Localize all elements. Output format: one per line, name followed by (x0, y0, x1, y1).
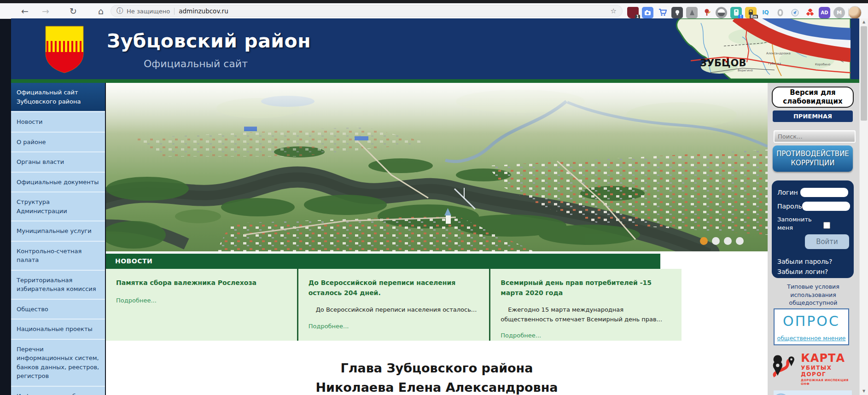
slider-dot[interactable] (736, 237, 744, 245)
pin-pencil-icon[interactable] (701, 7, 712, 18)
login-submit-button[interactable]: Войти (805, 234, 849, 249)
sidebar-item[interactable]: Национальные проекты (11, 319, 105, 340)
back-button[interactable]: ← (18, 5, 31, 17)
address-bar[interactable]: ⓘ Не защищено adminzubcov.ru ☆ (111, 5, 623, 17)
password-label: Пароль (777, 203, 802, 210)
sidebar-item[interactable]: Новости (11, 112, 105, 133)
login-panel: Логин Пароль Запомнить меня Войти Забыли… (772, 180, 854, 278)
svg-text:Веригино: Веригино (738, 69, 753, 72)
slider-dot[interactable] (700, 237, 708, 245)
page-scrollbar[interactable]: ▲ ▼ (859, 18, 868, 395)
egov-logo (774, 391, 790, 395)
photo-slider[interactable] (106, 83, 768, 251)
password-input[interactable] (802, 202, 850, 211)
site-subtitle: Официальный сайт (144, 58, 248, 70)
profile-avatar[interactable] (848, 6, 862, 19)
news-section-header: НОВОСТИ (106, 254, 660, 269)
sidebar-item[interactable]: Контрольно-счетная палата (11, 242, 105, 271)
forward-button[interactable]: → (39, 5, 52, 17)
svg-text:Александровка: Александровка (766, 52, 791, 55)
map-pins-icon (771, 355, 799, 383)
sidebar-item[interactable]: Перечни информационных систем, банков да… (11, 340, 105, 387)
sidebar-item-label: Органы власти (17, 158, 64, 165)
shopping-cart-icon[interactable] (657, 7, 668, 18)
bad-roads-map-banner[interactable]: КАРТА УБИТЫХ ДОРОГ ДОРОЖНАЯ ИНСПЕКЦИЯ ОН… (771, 354, 856, 384)
scrollbar-thumb[interactable] (861, 26, 867, 121)
news-item-body: Ежегодно 15 марта международная обществе… (501, 305, 670, 324)
anticorruption-button[interactable]: ПРОТИВОДЕЙСТВИЕ КОРРУПЦИИ (773, 145, 853, 172)
sidebar-item[interactable]: Официальный сайт Зубцовского района (11, 83, 105, 112)
sidebar-item-label: Территориальная избирательная комиссия (17, 277, 96, 293)
sidebar-item[interactable]: Муниципальные услуги (11, 221, 105, 242)
sidebar-item-label: Официальный сайт Зубцовского района (17, 89, 81, 105)
news-more-link[interactable]: Подробнее... (309, 323, 349, 330)
slider-dot[interactable] (712, 237, 720, 245)
page-info-icon[interactable]: ⓘ (117, 7, 123, 15)
news-item-title[interactable]: До Всероссийской переписи населения оста… (309, 278, 478, 298)
news-item-body: До Всероссийской переписи населения оста… (309, 305, 478, 314)
remember-me-label: Запомнить меня (777, 215, 820, 232)
visually-impaired-button[interactable]: Версия для слабовидящих (772, 87, 854, 108)
m-circle-icon[interactable]: M (833, 7, 845, 18)
news-item: До Всероссийской переписи населения оста… (297, 269, 489, 341)
sidebar-item[interactable]: Территориальная избирательная комиссия (11, 271, 105, 300)
ad-icon[interactable]: AD (819, 7, 830, 18)
url-text[interactable]: adminzubcov.ru (179, 7, 228, 15)
svg-text:Губинка: Губинка (768, 62, 781, 65)
site-header: Зубцовский район Официальный сайт ЗУБЦОВ… (11, 18, 859, 79)
site-title: Зубцовский район (107, 30, 311, 52)
lightbulb-icon[interactable] (671, 7, 683, 18)
timer-lock-icon[interactable]: 8m (745, 7, 757, 18)
bookmark-star-icon[interactable]: ☆ (611, 7, 617, 15)
sidebar-item[interactable]: Органы власти (11, 152, 105, 173)
compass-icon[interactable] (789, 7, 801, 18)
search-input[interactable] (774, 130, 856, 143)
right-column: Версия для слабовидящих ПРИЕМНАЯ ПРОТИВО… (768, 83, 859, 395)
oval-icon[interactable] (775, 7, 786, 18)
scroll-down-arrow[interactable]: ▼ (860, 388, 868, 395)
news-item-title[interactable]: Памятка сбора валежника Рослехоза (116, 278, 285, 288)
ublock-shield-icon[interactable]: 1 (627, 7, 639, 18)
news-more-link[interactable]: Подробнее... (116, 297, 157, 304)
security-label: Не защищено (127, 8, 170, 15)
map-town-label: ЗУБЦОВ (700, 58, 746, 69)
half-circle-icon[interactable] (716, 7, 727, 18)
sidebar-item-label: Контрольно-счетная палата (17, 248, 82, 264)
home-button[interactable]: ⌂ (94, 5, 107, 17)
forgot-password-link[interactable]: Забыли пароль? (777, 256, 848, 267)
coat-of-arms (44, 25, 85, 73)
omnibox-divider (174, 8, 175, 15)
forgot-login-link[interactable]: Забыли логин? (777, 267, 848, 277)
iq-icon[interactable]: IQ (760, 7, 771, 18)
sidebar-item[interactable]: Информация о работе Администрации Зубцов… (11, 387, 105, 395)
slider-dot[interactable] (724, 237, 732, 245)
sidebar-item-label: Официальные документы (17, 179, 99, 186)
sidebar-item[interactable]: Структура Администрации (11, 192, 105, 221)
mountain-peak-icon[interactable] (686, 7, 698, 18)
browser-toolbar: ← → ↻ ⌂ ⓘ Не защищено adminzubcov.ru ☆ 1 (0, 3, 868, 19)
login-label: Логин (777, 189, 800, 196)
sidebar-item[interactable]: О районе (11, 133, 105, 153)
sidebar-item[interactable]: Официальные документы (11, 173, 105, 193)
egov-banner[interactable]: ЭЛЕКТРОННОЕ (774, 390, 852, 395)
poll-title: ОПРОС (775, 313, 848, 329)
remember-me-checkbox[interactable] (823, 222, 830, 229)
district-head-name: Николаева Елена Александровна (106, 380, 768, 395)
reload-button[interactable]: ↻ (67, 5, 80, 17)
sidebar-item-label: Перечни информационных систем, банков да… (17, 346, 99, 380)
scroll-up-arrow[interactable]: ▲ (860, 18, 868, 26)
sidebar-item[interactable]: Общество (11, 300, 105, 320)
login-input[interactable] (800, 188, 848, 197)
sidebar-item-label: Общество (17, 306, 48, 313)
news-item-title[interactable]: Всемирный день прав потребителей -15 мар… (501, 278, 670, 298)
poll-banner[interactable]: ОПРОС общественное мнение (774, 308, 849, 345)
screenshot-camera-icon[interactable] (642, 7, 653, 18)
news-more-link[interactable]: Подробнее... (501, 332, 541, 339)
poll-subtitle: общественное мнение (775, 335, 848, 342)
roads-subtitle: УБИТЫХ ДОРОГ (801, 365, 856, 378)
sidebar-item-label: Информация о работе Администрации Зубцов… (17, 393, 90, 395)
teal-panel-icon[interactable]: ! (730, 7, 742, 18)
window-top-strip (0, 0, 868, 3)
reception-button[interactable]: ПРИЕМНАЯ (773, 110, 853, 122)
red-diamonds-icon[interactable] (804, 7, 816, 18)
